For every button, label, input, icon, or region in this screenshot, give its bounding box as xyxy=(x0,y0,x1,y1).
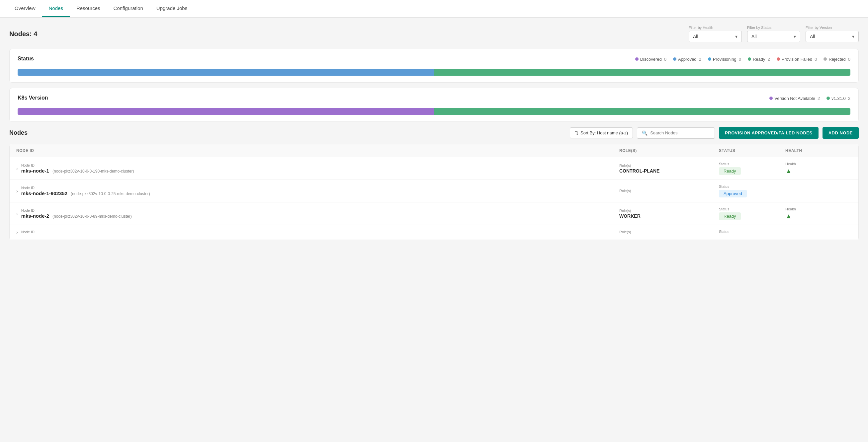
legend-dot xyxy=(635,58,639,61)
expand-icon[interactable]: › xyxy=(16,166,18,171)
filter-status-select[interactable]: All ▾ xyxy=(747,31,800,42)
filter-health-group: Filter by Health All ▾ xyxy=(689,26,742,42)
node-id-sub: (node-pkz302v-10-0-0-190-mks-demo-cluste… xyxy=(53,169,134,174)
node-status-cell: Status Ready xyxy=(719,162,785,175)
legend-item-approved: Approved2 xyxy=(673,57,701,62)
node-health-cell: Health ▲ xyxy=(785,207,852,220)
legend-dot xyxy=(827,97,830,100)
status-badge: Ready xyxy=(719,212,741,220)
legend-count: 0 xyxy=(848,57,850,62)
filter-health-label: Filter by Health xyxy=(689,26,742,30)
filters-row: Filter by Health All ▾ Filter by Status … xyxy=(689,26,859,42)
node-id-sub: (node-pkz302v-10-0-0-25-mks-demo-cluster… xyxy=(71,192,150,196)
status-title: Status xyxy=(18,56,34,62)
tab-configuration[interactable]: Configuration xyxy=(107,0,150,17)
sort-button[interactable]: ⇅ Sort By: Host name (a-z) xyxy=(570,128,633,138)
node-id-value: mks-node-1 (node-pkz302v-10-0-0-190-mks-… xyxy=(21,168,134,174)
col-status: Status xyxy=(719,148,785,153)
search-icon: 🔍 xyxy=(642,130,648,136)
main-content: Nodes: 4 Filter by Health All ▾ Filter b… xyxy=(0,18,868,248)
legend-item-ready: Ready2 xyxy=(748,57,770,62)
k8s-section: K8s Version Version Not Available2v1.31.… xyxy=(9,88,859,122)
legend-count: 2 xyxy=(848,96,850,101)
role-label: Role(s) xyxy=(619,230,719,234)
legend-item-provisioning: Provisioning0 xyxy=(708,57,741,62)
filter-status-group: Filter by Status All ▾ xyxy=(747,26,800,42)
expand-icon[interactable]: › xyxy=(16,230,18,235)
nodes-table: Node ID Role(s) Status Health › Node ID … xyxy=(9,144,859,240)
node-roles-cell: Role(s) CONTROL-PLANE xyxy=(619,164,719,174)
legend-dot xyxy=(673,58,676,61)
search-input[interactable] xyxy=(650,130,710,135)
legend-label: Version Not Available xyxy=(774,96,815,101)
bar-segment xyxy=(434,69,850,76)
node-id-label: Node ID xyxy=(21,208,132,212)
node-id-cell: › Node ID mks-node-1 (node-pkz302v-10-0-… xyxy=(16,163,619,174)
node-id-label: Node ID xyxy=(21,163,134,167)
table-row: › Node ID mks-node-1-902352 (node-pkz302… xyxy=(10,180,858,202)
node-roles-cell: Role(s) xyxy=(619,189,719,194)
legend-label: Provisioning xyxy=(713,57,737,62)
chevron-down-icon: ▾ xyxy=(735,34,738,39)
legend-label: Provision Failed xyxy=(782,57,812,62)
node-id-value: mks-node-2 (node-pkz302v-10-0-0-89-mks-d… xyxy=(21,213,132,219)
legend-item-rejected: Rejected0 xyxy=(824,57,850,62)
node-status-cell: Status Ready xyxy=(719,207,785,220)
node-id-cell: › Node ID xyxy=(16,230,619,235)
tab-nodes[interactable]: Nodes xyxy=(42,0,70,17)
legend-item-discovered: Discovered0 xyxy=(635,57,666,62)
table-row: › Node ID Role(s) Status xyxy=(10,225,858,240)
legend-count: 0 xyxy=(739,57,741,62)
status-bar xyxy=(18,69,850,76)
filter-version-group: Filter by Version All ▾ xyxy=(806,26,859,42)
legend-item-v1310: v1.31.02 xyxy=(827,96,850,101)
k8s-title: K8s Version xyxy=(18,95,48,101)
header-row: Nodes: 4 Filter by Health All ▾ Filter b… xyxy=(9,26,859,42)
legend-count: 2 xyxy=(817,96,820,101)
expand-icon[interactable]: › xyxy=(16,189,18,194)
legend-label: Rejected xyxy=(829,57,845,62)
k8s-section-header: K8s Version Version Not Available2v1.31.… xyxy=(18,95,850,105)
node-roles-cell: Role(s) xyxy=(619,230,719,235)
col-roles: Role(s) xyxy=(619,148,719,153)
legend-dot xyxy=(748,58,751,61)
col-health: Health xyxy=(785,148,852,153)
legend-label: Approved xyxy=(678,57,697,62)
filter-health-select[interactable]: All ▾ xyxy=(689,31,742,42)
role-label: Role(s) xyxy=(619,164,719,168)
filter-version-select[interactable]: All ▾ xyxy=(806,31,859,42)
node-id-label: Node ID xyxy=(21,230,34,234)
legend-count: 0 xyxy=(664,57,666,62)
expand-icon[interactable]: › xyxy=(16,211,18,216)
chevron-down-icon: ▾ xyxy=(794,34,796,39)
legend-item-provision-failed: Provision Failed0 xyxy=(777,57,817,62)
k8s-bar xyxy=(18,108,850,115)
status-label: Status xyxy=(719,162,785,166)
provision-button[interactable]: PROVISION APPROVED/FAILED NODES xyxy=(719,127,818,139)
role-label: Role(s) xyxy=(619,189,719,193)
legend-count: 2 xyxy=(699,57,701,62)
legend-item-not-available: Version Not Available2 xyxy=(769,96,820,101)
table-header: Node ID Role(s) Status Health xyxy=(10,144,858,157)
node-id-label: Node ID xyxy=(21,186,150,190)
tab-upgrade-jobs[interactable]: Upgrade Jobs xyxy=(150,0,194,17)
legend-dot xyxy=(769,97,773,100)
legend-count: 0 xyxy=(814,57,817,62)
status-badge: Ready xyxy=(719,167,741,175)
role-label: Role(s) xyxy=(619,209,719,213)
node-id-value: mks-node-1-902352 (node-pkz302v-10-0-0-2… xyxy=(21,191,150,196)
tab-resources[interactable]: Resources xyxy=(70,0,107,17)
legend-label: Ready xyxy=(753,57,765,62)
health-up-icon: ▲ xyxy=(785,167,792,174)
node-health-cell: Health ▲ xyxy=(785,162,852,175)
table-row: › Node ID mks-node-1 (node-pkz302v-10-0-… xyxy=(10,157,858,180)
nodes-toolbar: Nodes ⇅ Sort By: Host name (a-z) 🔍 PROVI… xyxy=(9,127,859,139)
add-node-button[interactable]: ADD NODE xyxy=(823,127,859,139)
status-label: Status xyxy=(719,184,785,189)
bar-segment xyxy=(18,108,434,115)
health-up-icon: ▲ xyxy=(785,212,792,220)
col-node-id: Node ID xyxy=(16,148,619,153)
chevron-down-icon: ▾ xyxy=(852,34,855,39)
table-row: › Node ID mks-node-2 (node-pkz302v-10-0-… xyxy=(10,202,858,225)
tab-overview[interactable]: Overview xyxy=(8,0,42,17)
